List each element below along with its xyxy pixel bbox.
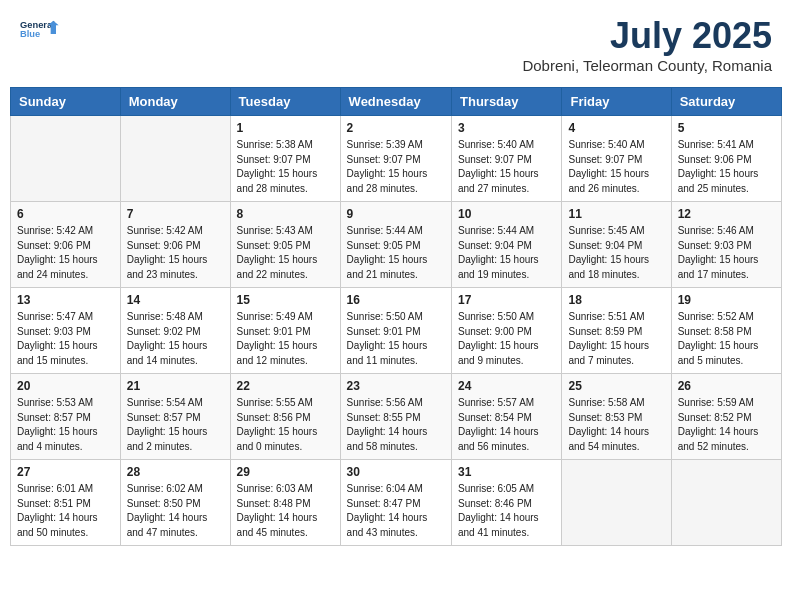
day-number: 21 — [127, 379, 224, 393]
svg-text:Blue: Blue — [20, 29, 40, 39]
day-number: 30 — [347, 465, 445, 479]
calendar-table: SundayMondayTuesdayWednesdayThursdayFrid… — [10, 87, 782, 546]
page-header: General Blue July 2025 Dobreni, Teleorma… — [10, 10, 782, 79]
logo: General Blue — [20, 15, 60, 43]
calendar-cell: 15Sunrise: 5:49 AM Sunset: 9:01 PM Dayli… — [230, 288, 340, 374]
day-number: 16 — [347, 293, 445, 307]
calendar-cell: 11Sunrise: 5:45 AM Sunset: 9:04 PM Dayli… — [562, 202, 671, 288]
calendar-cell: 22Sunrise: 5:55 AM Sunset: 8:56 PM Dayli… — [230, 374, 340, 460]
calendar-cell: 4Sunrise: 5:40 AM Sunset: 9:07 PM Daylig… — [562, 116, 671, 202]
day-number: 3 — [458, 121, 555, 135]
day-info: Sunrise: 5:59 AM Sunset: 8:52 PM Dayligh… — [678, 396, 775, 454]
day-number: 31 — [458, 465, 555, 479]
day-info: Sunrise: 5:40 AM Sunset: 9:07 PM Dayligh… — [458, 138, 555, 196]
day-number: 28 — [127, 465, 224, 479]
logo-svg: General Blue — [20, 15, 60, 43]
day-number: 15 — [237, 293, 334, 307]
day-of-week-header: Saturday — [671, 88, 781, 116]
day-info: Sunrise: 5:44 AM Sunset: 9:04 PM Dayligh… — [458, 224, 555, 282]
day-info: Sunrise: 5:50 AM Sunset: 9:00 PM Dayligh… — [458, 310, 555, 368]
day-info: Sunrise: 5:45 AM Sunset: 9:04 PM Dayligh… — [568, 224, 664, 282]
day-info: Sunrise: 5:51 AM Sunset: 8:59 PM Dayligh… — [568, 310, 664, 368]
calendar-cell — [11, 116, 121, 202]
day-info: Sunrise: 5:43 AM Sunset: 9:05 PM Dayligh… — [237, 224, 334, 282]
day-of-week-header: Tuesday — [230, 88, 340, 116]
day-info: Sunrise: 6:02 AM Sunset: 8:50 PM Dayligh… — [127, 482, 224, 540]
calendar-cell: 14Sunrise: 5:48 AM Sunset: 9:02 PM Dayli… — [120, 288, 230, 374]
calendar-cell: 6Sunrise: 5:42 AM Sunset: 9:06 PM Daylig… — [11, 202, 121, 288]
day-info: Sunrise: 5:49 AM Sunset: 9:01 PM Dayligh… — [237, 310, 334, 368]
calendar-cell: 29Sunrise: 6:03 AM Sunset: 8:48 PM Dayli… — [230, 460, 340, 546]
day-number: 13 — [17, 293, 114, 307]
day-number: 11 — [568, 207, 664, 221]
day-info: Sunrise: 5:40 AM Sunset: 9:07 PM Dayligh… — [568, 138, 664, 196]
day-of-week-header: Friday — [562, 88, 671, 116]
day-info: Sunrise: 5:50 AM Sunset: 9:01 PM Dayligh… — [347, 310, 445, 368]
calendar-cell: 21Sunrise: 5:54 AM Sunset: 8:57 PM Dayli… — [120, 374, 230, 460]
day-of-week-header: Wednesday — [340, 88, 451, 116]
location: Dobreni, Teleorman County, Romania — [522, 57, 772, 74]
calendar-cell: 23Sunrise: 5:56 AM Sunset: 8:55 PM Dayli… — [340, 374, 451, 460]
calendar-cell: 7Sunrise: 5:42 AM Sunset: 9:06 PM Daylig… — [120, 202, 230, 288]
day-info: Sunrise: 5:39 AM Sunset: 9:07 PM Dayligh… — [347, 138, 445, 196]
calendar-cell: 5Sunrise: 5:41 AM Sunset: 9:06 PM Daylig… — [671, 116, 781, 202]
calendar-week-row: 1Sunrise: 5:38 AM Sunset: 9:07 PM Daylig… — [11, 116, 782, 202]
calendar-cell: 17Sunrise: 5:50 AM Sunset: 9:00 PM Dayli… — [452, 288, 562, 374]
day-number: 12 — [678, 207, 775, 221]
calendar-header-row: SundayMondayTuesdayWednesdayThursdayFrid… — [11, 88, 782, 116]
calendar-cell: 8Sunrise: 5:43 AM Sunset: 9:05 PM Daylig… — [230, 202, 340, 288]
day-info: Sunrise: 5:58 AM Sunset: 8:53 PM Dayligh… — [568, 396, 664, 454]
day-number: 7 — [127, 207, 224, 221]
day-info: Sunrise: 6:03 AM Sunset: 8:48 PM Dayligh… — [237, 482, 334, 540]
calendar-cell — [120, 116, 230, 202]
calendar-cell: 16Sunrise: 5:50 AM Sunset: 9:01 PM Dayli… — [340, 288, 451, 374]
calendar-cell: 10Sunrise: 5:44 AM Sunset: 9:04 PM Dayli… — [452, 202, 562, 288]
day-number: 2 — [347, 121, 445, 135]
calendar-cell: 25Sunrise: 5:58 AM Sunset: 8:53 PM Dayli… — [562, 374, 671, 460]
day-number: 6 — [17, 207, 114, 221]
day-info: Sunrise: 5:41 AM Sunset: 9:06 PM Dayligh… — [678, 138, 775, 196]
day-number: 4 — [568, 121, 664, 135]
calendar-cell: 19Sunrise: 5:52 AM Sunset: 8:58 PM Dayli… — [671, 288, 781, 374]
day-of-week-header: Monday — [120, 88, 230, 116]
day-info: Sunrise: 6:01 AM Sunset: 8:51 PM Dayligh… — [17, 482, 114, 540]
day-info: Sunrise: 5:47 AM Sunset: 9:03 PM Dayligh… — [17, 310, 114, 368]
day-number: 5 — [678, 121, 775, 135]
calendar-cell: 26Sunrise: 5:59 AM Sunset: 8:52 PM Dayli… — [671, 374, 781, 460]
calendar-cell — [671, 460, 781, 546]
calendar-week-row: 6Sunrise: 5:42 AM Sunset: 9:06 PM Daylig… — [11, 202, 782, 288]
day-number: 22 — [237, 379, 334, 393]
calendar-cell: 18Sunrise: 5:51 AM Sunset: 8:59 PM Dayli… — [562, 288, 671, 374]
day-of-week-header: Thursday — [452, 88, 562, 116]
day-info: Sunrise: 5:57 AM Sunset: 8:54 PM Dayligh… — [458, 396, 555, 454]
day-number: 23 — [347, 379, 445, 393]
calendar-cell: 30Sunrise: 6:04 AM Sunset: 8:47 PM Dayli… — [340, 460, 451, 546]
day-info: Sunrise: 5:52 AM Sunset: 8:58 PM Dayligh… — [678, 310, 775, 368]
day-info: Sunrise: 5:54 AM Sunset: 8:57 PM Dayligh… — [127, 396, 224, 454]
calendar-cell — [562, 460, 671, 546]
month-year: July 2025 — [522, 15, 772, 57]
day-number: 20 — [17, 379, 114, 393]
day-number: 27 — [17, 465, 114, 479]
day-number: 19 — [678, 293, 775, 307]
calendar-cell: 9Sunrise: 5:44 AM Sunset: 9:05 PM Daylig… — [340, 202, 451, 288]
calendar-cell: 3Sunrise: 5:40 AM Sunset: 9:07 PM Daylig… — [452, 116, 562, 202]
day-info: Sunrise: 5:42 AM Sunset: 9:06 PM Dayligh… — [127, 224, 224, 282]
day-number: 24 — [458, 379, 555, 393]
calendar-cell: 20Sunrise: 5:53 AM Sunset: 8:57 PM Dayli… — [11, 374, 121, 460]
day-info: Sunrise: 5:53 AM Sunset: 8:57 PM Dayligh… — [17, 396, 114, 454]
calendar-week-row: 27Sunrise: 6:01 AM Sunset: 8:51 PM Dayli… — [11, 460, 782, 546]
day-number: 18 — [568, 293, 664, 307]
calendar-cell: 12Sunrise: 5:46 AM Sunset: 9:03 PM Dayli… — [671, 202, 781, 288]
day-number: 25 — [568, 379, 664, 393]
calendar-cell: 13Sunrise: 5:47 AM Sunset: 9:03 PM Dayli… — [11, 288, 121, 374]
title-section: July 2025 Dobreni, Teleorman County, Rom… — [522, 15, 772, 74]
day-info: Sunrise: 6:05 AM Sunset: 8:46 PM Dayligh… — [458, 482, 555, 540]
day-info: Sunrise: 5:42 AM Sunset: 9:06 PM Dayligh… — [17, 224, 114, 282]
day-info: Sunrise: 5:46 AM Sunset: 9:03 PM Dayligh… — [678, 224, 775, 282]
day-number: 9 — [347, 207, 445, 221]
calendar-week-row: 20Sunrise: 5:53 AM Sunset: 8:57 PM Dayli… — [11, 374, 782, 460]
calendar-cell: 28Sunrise: 6:02 AM Sunset: 8:50 PM Dayli… — [120, 460, 230, 546]
day-number: 10 — [458, 207, 555, 221]
calendar-cell: 24Sunrise: 5:57 AM Sunset: 8:54 PM Dayli… — [452, 374, 562, 460]
